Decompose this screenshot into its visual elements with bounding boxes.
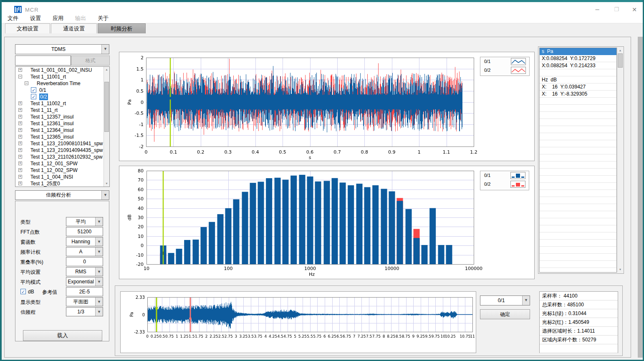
tree-item[interactable]: +Test 1_123_210914094435_spw — [15, 147, 109, 154]
time-waveform-legend: 0/1 0/2 — [480, 57, 530, 76]
menu-item[interactable]: 关于 — [92, 13, 114, 23]
tab-2[interactable]: 通道设置 — [51, 23, 97, 33]
chevron-down-icon: ▼ — [101, 191, 109, 199]
time-waveform-panel — [119, 52, 535, 161]
readout-row — [540, 204, 616, 211]
record-waveform-chart[interactable] — [121, 292, 476, 353]
tree-scrollbar[interactable]: ▲▼ — [104, 67, 109, 187]
expand-icon[interactable]: + — [18, 108, 22, 112]
tree-item[interactable]: ✓0/1 — [15, 87, 109, 93]
expand-icon[interactable]: + — [18, 115, 22, 119]
octave-spectrum-chart[interactable] — [119, 166, 534, 279]
param-label: 平均设置 — [20, 269, 40, 276]
expand-icon[interactable]: + — [18, 68, 22, 72]
param-row: FFT点数 — [15, 227, 110, 236]
readout-row — [540, 112, 616, 119]
tree-item[interactable]: +Test 1_001_001_002_INSU — [15, 67, 109, 73]
expand-icon[interactable]: + — [18, 162, 22, 165]
readout-row — [540, 211, 616, 218]
collapse-icon[interactable]: − — [18, 75, 22, 78]
file-format-value: TDMS — [15, 46, 101, 52]
collapse-icon[interactable]: − — [25, 81, 28, 85]
param-select[interactable]: RMS▼ — [66, 267, 103, 276]
menu-item[interactable]: 应用 — [47, 13, 69, 23]
expand-icon[interactable]: + — [18, 148, 22, 152]
param-select[interactable]: Hanning▼ — [66, 237, 103, 246]
line-series-icon — [511, 58, 526, 65]
readout-scrollbar[interactable]: ▲ ▼ — [617, 48, 623, 273]
tree-item[interactable]: +Test 1_12365_insul — [15, 134, 109, 140]
tree-item[interactable]: +Test 1_12364_insul — [15, 127, 109, 134]
tree-item[interactable]: +Test 1_11_rt — [15, 107, 109, 114]
record-waveform-panel — [120, 291, 476, 353]
chevron-down-icon: ▼ — [95, 217, 103, 226]
checkbox[interactable]: ✓ — [31, 87, 36, 93]
checkbox[interactable]: ✓ — [31, 94, 36, 99]
analysis-type-select[interactable]: 倍频程分析 ▼ — [15, 190, 109, 200]
chevron-down-icon: ▼ — [95, 268, 103, 276]
tree-item-label: Test 1_123_210914094435_spw — [30, 147, 103, 154]
expand-icon[interactable]: + — [18, 175, 22, 179]
expand-icon[interactable]: + — [18, 121, 22, 125]
tree-item[interactable]: +Test 1_25度0 — [15, 180, 109, 187]
tree-item[interactable]: +Test 1_123_211026102932_spw — [15, 154, 109, 160]
tree-item[interactable]: +Test 1_123_210908101941_spw — [15, 140, 109, 147]
tree-item[interactable]: ✓0/2 — [15, 93, 109, 100]
scroll-down-icon[interactable]: ▼ — [617, 267, 623, 273]
time-waveform-chart[interactable] — [119, 52, 534, 161]
db-checkbox[interactable]: ✓ — [20, 289, 26, 294]
expand-icon[interactable]: + — [18, 182, 22, 185]
scrollbar-thumb[interactable] — [104, 82, 109, 132]
param-select[interactable]: A▼ — [66, 247, 103, 256]
expand-icon[interactable]: + — [18, 168, 22, 172]
chevron-down-icon: ▼ — [95, 278, 103, 286]
tab-3[interactable]: 时频分析 — [98, 23, 146, 33]
expand-icon[interactable]: + — [18, 141, 22, 145]
tree-item[interactable]: +Test 1_12357_insul — [15, 114, 109, 120]
param-select[interactable]: Exponential▼ — [66, 277, 103, 286]
readout-row — [540, 162, 616, 169]
info-row: 总采样数：485100 — [540, 300, 618, 309]
param-input[interactable] — [66, 287, 103, 296]
file-format-select[interactable]: TDMS ▼ — [15, 44, 109, 54]
param-label: 平均模式 — [20, 279, 40, 286]
tree-item[interactable]: −Reverberation Time — [15, 80, 109, 87]
expand-icon[interactable]: + — [18, 101, 22, 105]
param-input[interactable] — [66, 227, 103, 236]
tab-1[interactable]: 文档设置 — [5, 23, 50, 33]
octave-spectrum-legend: 0/1 0/2 — [480, 171, 529, 190]
app-logo-icon — [14, 6, 22, 13]
tree-item[interactable]: −Test 1_11001_rt — [15, 73, 109, 80]
bar-series-icon — [510, 181, 525, 188]
confirm-button[interactable]: 确定 — [480, 309, 530, 319]
param-select[interactable]: 平均▼ — [66, 217, 103, 226]
readout-row: X:0.088254 Y:0.172729 — [540, 55, 616, 62]
scrollbar-thumb[interactable] — [618, 53, 623, 68]
readout-row — [540, 147, 616, 154]
param-select[interactable]: 平面图▼ — [66, 297, 103, 306]
param-select[interactable]: 1/3▼ — [66, 307, 103, 316]
readout-row — [540, 247, 616, 254]
tree-item[interactable]: +Test 1_12_002_SPW — [15, 167, 109, 174]
param-input[interactable] — [66, 257, 103, 266]
menu-item[interactable]: 输出 — [69, 13, 92, 23]
scroll-up-icon[interactable]: ▲ — [617, 48, 623, 53]
scroll-up-icon[interactable]: ▲ — [104, 67, 109, 73]
expand-icon[interactable]: + — [18, 128, 22, 132]
tree-item[interactable]: +Test 1_12_001_SPW — [15, 160, 109, 167]
expand-icon[interactable]: + — [18, 135, 22, 139]
load-button[interactable]: 载入 — [23, 330, 102, 341]
filter-input[interactable] — [15, 56, 71, 66]
tree-item[interactable]: +Test 1_12361_insul — [15, 120, 109, 127]
expand-icon[interactable]: + — [18, 155, 22, 159]
scroll-down-icon[interactable]: ▼ — [104, 181, 109, 187]
menu-item[interactable]: 设置 — [24, 13, 47, 23]
tree-item[interactable]: +Test 1_11002_rt — [15, 100, 109, 107]
param-label: 频率计权 — [20, 249, 40, 256]
format-button[interactable]: 格式 — [71, 56, 110, 66]
tree-item-label: Test 1_11002_rt — [30, 100, 66, 107]
chevron-down-icon: ▼ — [95, 237, 103, 246]
menu-item[interactable]: 文件 — [2, 13, 24, 23]
channel-select[interactable]: 0/1 ▼ — [480, 295, 530, 305]
tree-item[interactable]: +Test 1_1_004_INSI — [15, 174, 109, 180]
